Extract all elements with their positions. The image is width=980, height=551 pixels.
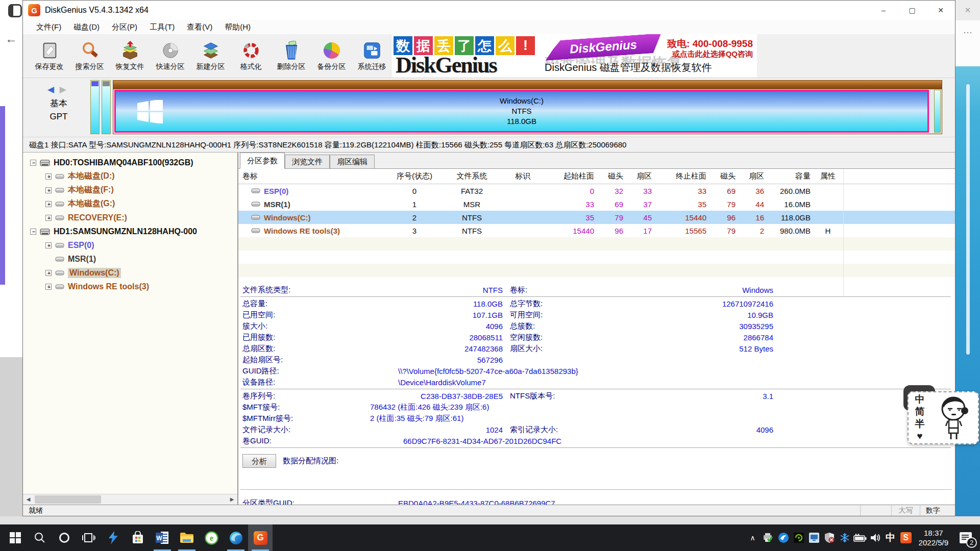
system-migration-button[interactable]: 系统迁移 (352, 34, 392, 78)
re-tools-partition-bar[interactable] (934, 90, 941, 133)
backup-partition-button[interactable]: 备份分区 (311, 34, 352, 78)
table-row[interactable]: Windows RE tools(3) 3 NTFS 15440 96 17 1… (238, 224, 955, 237)
tray-volume-icon[interactable] (868, 524, 883, 551)
browser-360-button[interactable]: e (199, 524, 224, 551)
tray-nvidia-icon[interactable] (791, 524, 806, 551)
expand-icon[interactable] (45, 215, 52, 221)
tray-printer-icon[interactable] (761, 524, 776, 551)
expand-icon[interactable] (45, 173, 52, 180)
tab-browse-files[interactable]: 浏览文件 (285, 155, 330, 168)
expand-icon[interactable] (45, 187, 52, 193)
collapse-icon[interactable] (30, 160, 36, 166)
tree-node-label: 本地磁盘(D:) (68, 171, 115, 182)
background-close-icon[interactable]: ✕ (955, 0, 980, 20)
tree-horizontal-scrollbar[interactable]: ◀ ▶ (23, 494, 237, 505)
edge-icon (229, 531, 243, 545)
minimize-button[interactable]: – (869, 1, 898, 20)
tree-node-local-f[interactable]: 本地磁盘(F:) (23, 183, 237, 197)
delete-partition-button[interactable]: 删除分区 (271, 34, 311, 78)
tree-node-windows-c[interactable]: Windows(C:) (23, 266, 237, 280)
tray-ime-indicator[interactable]: 中 (883, 524, 898, 551)
tree-node-hd0[interactable]: HD0:TOSHIBAMQ04ABF100(932GB) (23, 156, 237, 169)
background-scrollbar[interactable] (966, 84, 970, 355)
file-explorer-button[interactable] (175, 524, 199, 551)
analyze-button[interactable]: 分析 (242, 454, 276, 468)
background-overflow-icon[interactable]: ⋯ (955, 20, 980, 66)
expand-icon[interactable] (45, 284, 52, 290)
quick-partition-button[interactable]: 快速分区 (150, 34, 190, 78)
tree-node-local-d[interactable]: 本地磁盘(D:) (23, 169, 237, 183)
background-sidebar-icon[interactable] (8, 4, 22, 17)
cortana-button[interactable] (52, 524, 77, 551)
ime-mode-halfwidth[interactable]: 半 (915, 418, 925, 430)
taskbar-clock[interactable]: 18:37 2022/5/9 (914, 528, 953, 547)
menu-bar: 文件(F) 磁盘(D) 分区(P) 工具(T) 查看(V) 帮助(H) (23, 20, 955, 34)
pinned-app-flash-button[interactable] (101, 524, 126, 551)
menu-file[interactable]: 文件(F) (30, 22, 67, 32)
tree-node-esp[interactable]: ESP(0) (23, 238, 237, 252)
tab-partition-params[interactable]: 分区参数 (240, 153, 285, 169)
menu-tools[interactable]: 工具(T) (143, 22, 181, 32)
action-center-button[interactable]: 2 (953, 524, 978, 551)
menu-help[interactable]: 帮助(H) (218, 22, 257, 32)
task-view-button[interactable] (77, 524, 101, 551)
taskbar-search-button[interactable] (28, 524, 52, 551)
scroll-right-icon[interactable]: ▶ (227, 494, 237, 505)
next-disk-icon[interactable]: ▶ (60, 85, 66, 94)
tree-node-hd1[interactable]: HD1:SAMSUNGMZNLN128HAHQ-000 (23, 224, 237, 238)
recover-files-button[interactable]: 恢复文件 (110, 34, 150, 78)
search-partition-icon (80, 40, 100, 61)
save-changes-button[interactable]: 保存更改 (29, 34, 69, 78)
tray-expand-icon[interactable]: ∧ (745, 524, 761, 551)
ime-mode-simplified[interactable]: 简 (915, 406, 925, 418)
clock-time: 18:37 (919, 528, 948, 538)
banner-qq-link[interactable]: 或点击此处选择QQ咨询 (672, 49, 753, 59)
menu-disk[interactable]: 磁盘(D) (67, 22, 106, 32)
msr-partition-bar[interactable] (102, 80, 111, 134)
expand-icon[interactable] (45, 201, 52, 207)
tray-snowflake-icon[interactable] (837, 524, 852, 551)
ime-mode-chinese[interactable]: 中 (915, 393, 925, 406)
disk-type-label: 基本 (38, 97, 79, 109)
tray-sogou-icon[interactable]: S (898, 524, 914, 551)
tree-node-recovery-e[interactable]: RECOVERY(E:) (23, 211, 237, 224)
ime-status-widget[interactable]: 中 简 半 ♥ (899, 385, 980, 446)
close-button[interactable]: ✕ (926, 1, 955, 20)
format-button[interactable]: 格式化 (231, 34, 271, 78)
edge-button[interactable] (224, 524, 248, 551)
clock-date: 2022/5/9 (919, 538, 948, 547)
tree-node-msr[interactable]: MSR(1) (23, 252, 237, 266)
table-row[interactable]: ESP(0) 0 FAT32 0 32 33 33 69 36 260.0MB (238, 184, 955, 197)
promo-banner[interactable]: 磁盘管理及数据恢复 数 据 丢 了 怎 么 ! DiskGenius 致电: 4… (391, 34, 757, 78)
search-partition-button[interactable]: 搜索分区 (69, 34, 110, 78)
tray-security-shield-icon[interactable] (822, 524, 837, 551)
backup-partition-icon (322, 40, 342, 61)
table-row[interactable]: MSR(1) 1 MSR 33 69 37 35 79 44 16.0MB (238, 197, 955, 211)
background-back-arrow-icon[interactable]: ← (5, 33, 17, 45)
expand-icon[interactable] (45, 242, 52, 248)
table-row-selected[interactable]: Windows(C:) 2 NTFS 35 79 45 15440 96 16 … (238, 211, 955, 224)
expand-icon[interactable] (45, 270, 52, 276)
maximize-button[interactable]: ▢ (898, 1, 926, 20)
tray-messenger-icon[interactable] (776, 524, 791, 551)
microsoft-store-button[interactable] (126, 524, 150, 551)
menu-partition[interactable]: 分区(P) (106, 22, 143, 32)
tray-intel-graphics-icon[interactable] (806, 524, 822, 551)
tree-node-local-g[interactable]: 本地磁盘(G:) (23, 197, 237, 211)
scrollbar-thumb[interactable] (35, 495, 101, 504)
scroll-left-icon[interactable]: ◀ (23, 494, 34, 505)
diskgenius-taskbar-button[interactable]: G (248, 524, 273, 551)
windows-c-partition-bar[interactable]: Windows(C:) NTFS 118.0GB (114, 90, 929, 133)
tray-battery-icon[interactable] (852, 524, 868, 551)
word-button[interactable]: W (150, 524, 175, 551)
collapse-icon[interactable] (30, 229, 36, 235)
menu-view[interactable]: 查看(V) (181, 22, 218, 32)
tab-sector-edit[interactable]: 扇区编辑 (330, 155, 375, 168)
esp-partition-bar[interactable] (90, 80, 100, 134)
tree-node-windows-re[interactable]: Windows RE tools(3) (23, 280, 237, 293)
status-text: 就绪 (29, 506, 43, 515)
ime-heart-icon[interactable]: ♥ (917, 430, 922, 442)
new-partition-button[interactable]: 新建分区 (190, 34, 231, 78)
prev-disk-icon[interactable]: ◀ (47, 85, 54, 94)
start-button[interactable] (3, 524, 28, 551)
